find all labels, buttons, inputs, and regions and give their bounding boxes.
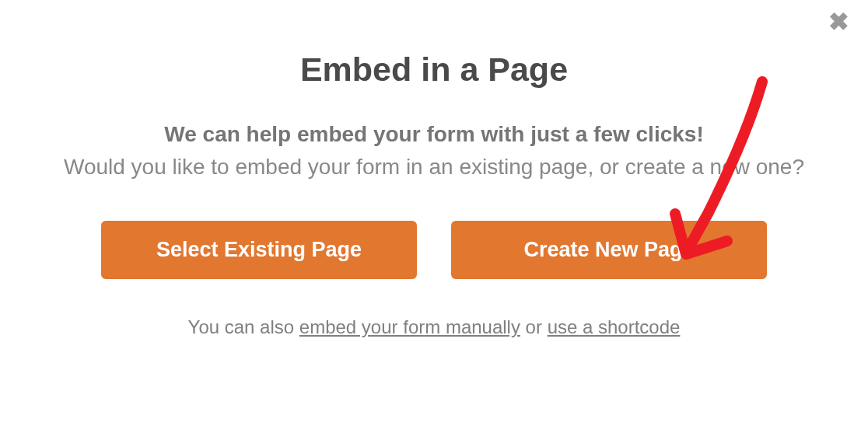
modal-subtitle: We can help embed your form with just a … xyxy=(0,118,868,183)
footer-middle: or xyxy=(520,316,548,337)
footer-text: You can also embed your form manually or… xyxy=(0,316,868,338)
button-row: Select Existing Page Create New Page xyxy=(0,221,868,279)
modal-title: Embed in a Page xyxy=(0,51,868,89)
subtitle-bold: We can help embed your form with just a … xyxy=(47,118,821,151)
create-new-page-button[interactable]: Create New Page xyxy=(451,221,767,279)
footer-prefix: You can also xyxy=(188,316,299,337)
subtitle-regular: Would you like to embed your form in an … xyxy=(47,151,821,183)
use-shortcode-link[interactable]: use a shortcode xyxy=(548,316,681,337)
select-existing-page-button[interactable]: Select Existing Page xyxy=(101,221,417,279)
embed-modal: ✖ Embed in a Page We can help embed your… xyxy=(0,0,868,433)
close-icon[interactable]: ✖ xyxy=(828,9,849,34)
embed-manually-link[interactable]: embed your form manually xyxy=(299,316,520,337)
